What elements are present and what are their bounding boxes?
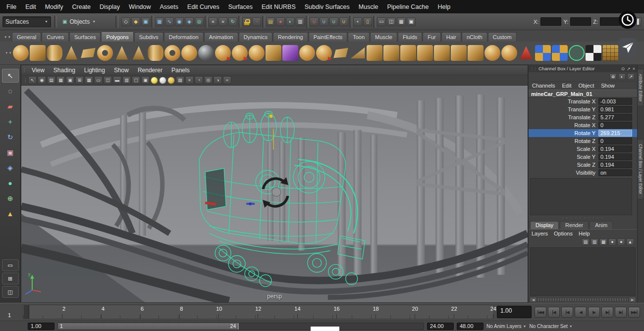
step-forward-frame-button[interactable]: ▶| (615, 307, 627, 318)
snap-point-icon[interactable]: ◉ (175, 17, 184, 26)
camera-attributes-icon[interactable]: ▤ (47, 76, 55, 84)
scroll-right-icon[interactable]: ▶ (629, 297, 636, 302)
go-to-end-button[interactable]: ▶▶| (628, 307, 640, 318)
single-pane-layout-button[interactable]: ▭ (2, 259, 19, 271)
lock-selection-icon[interactable] (242, 17, 251, 26)
channel-row[interactable]: Rotate X 0 (529, 121, 637, 129)
pin-icon[interactable]: ⊙ (621, 66, 625, 71)
panel-display-icon[interactable]: ▣ (407, 17, 416, 26)
channel-manipulator-icon[interactable]: ⊕ (609, 73, 617, 80)
shelf-menu-icon[interactable]: ▼ ▼ (3, 36, 12, 42)
channel-row[interactable]: Rotate Z 0 (529, 137, 637, 145)
paint-select-tool[interactable]: ▰ (2, 99, 19, 113)
attribute-editor-tab[interactable]: Attribute Editor (638, 69, 644, 106)
insert-edge-loop-icon[interactable] (434, 45, 450, 61)
poly-plane-icon[interactable] (80, 45, 96, 61)
mirror-geometry-icon[interactable] (484, 45, 500, 61)
shelf-tab-subdivs[interactable]: Subdivs (134, 32, 163, 42)
grid-display-icon[interactable]: ▦ (397, 17, 406, 26)
shelf-tab-fluids[interactable]: Fluids (398, 32, 422, 42)
channel-row[interactable]: Translate Y 0.981 (529, 105, 637, 113)
close-icon[interactable]: × (633, 66, 635, 71)
layer-list[interactable] (530, 247, 636, 296)
menu-assets[interactable]: Assets (156, 3, 183, 10)
panel-menu-show[interactable]: Show (109, 67, 133, 74)
universal-manipulator-tool[interactable]: ◈ (2, 161, 19, 175)
shelf-tab-hair[interactable]: Hair (441, 32, 461, 42)
soft-modification-tool[interactable]: ● (2, 176, 19, 190)
snap-plane-icon[interactable]: ◈ (185, 17, 194, 26)
create-polygon-icon[interactable] (232, 45, 248, 61)
range-end-handle[interactable]: 24 (230, 323, 236, 330)
boolean-intersection-icon[interactable] (400, 45, 416, 61)
field-chart-icon[interactable]: ▥ (122, 76, 131, 84)
select-hierarchy-icon[interactable]: ◇ (121, 17, 130, 26)
gate-mask-icon[interactable]: ▬ (113, 76, 121, 84)
film-display-icon[interactable]: ▭ (377, 17, 386, 26)
saved-layout-button[interactable]: ◫ (2, 286, 19, 298)
panel-menu-panels[interactable]: Panels (167, 67, 194, 74)
snap-curve-icon[interactable]: ∿ (165, 17, 174, 26)
viewport-canvas[interactable]: y persp (21, 86, 528, 302)
bevel-icon[interactable] (333, 45, 349, 61)
pan-zoom-icon[interactable]: ⊞ (75, 76, 84, 84)
step-back-frame-button[interactable]: |◀ (548, 307, 560, 318)
layer-stack-icon[interactable]: ▥ (590, 238, 598, 246)
shadows-icon[interactable] (167, 77, 175, 84)
render-current-frame-icon[interactable]: ● (276, 17, 285, 26)
isolate-select-icon[interactable]: × (185, 76, 194, 84)
channel-value-field[interactable]: 0 (598, 122, 632, 129)
splitter-handle[interactable]: · · · · · · · · · · (529, 216, 637, 221)
image-plane-icon[interactable]: ▣ (66, 76, 74, 84)
new-layer-cone-icon[interactable]: ▲ (626, 238, 634, 246)
poly-pipe-icon[interactable] (148, 45, 163, 61)
output-connections-icon[interactable]: » (218, 17, 227, 26)
clapboard-icon[interactable]: ◫ (387, 17, 396, 26)
magnet-snap-blue-icon[interactable]: ∪ (320, 17, 328, 26)
xray-icon[interactable]: ◔ (195, 76, 203, 84)
channel-box-menu-edit[interactable]: Edit (558, 83, 575, 89)
playback-range[interactable]: 1 24 (58, 323, 239, 330)
panel-menu-shading[interactable]: Shading (49, 67, 80, 74)
normals-checker-icon[interactable] (586, 45, 601, 61)
textures-icon[interactable]: ▨ (176, 76, 184, 84)
separator[interactable] (238, 16, 241, 28)
range-start-handle[interactable]: 1 (60, 323, 63, 330)
layer-ball-icon[interactable]: ● (608, 238, 616, 246)
poly-prism-icon[interactable] (114, 45, 130, 61)
magnet-snap-red-icon[interactable]: ∪ (310, 17, 319, 26)
menu-surfaces[interactable]: Surfaces (224, 3, 257, 10)
uv-grid-icon[interactable] (602, 45, 618, 61)
render-view-icon[interactable]: ▤ (266, 17, 275, 26)
separator[interactable] (262, 16, 265, 28)
sculpt-tool-icon[interactable] (215, 45, 231, 61)
anim-layer-menu[interactable]: No Anim Layers ▼ (486, 324, 527, 329)
magnet-snap-teal-icon[interactable]: ∪ (329, 17, 338, 26)
bookmark-icon[interactable]: ▦ (56, 76, 65, 84)
menu-set-dropdown[interactable]: Surfaces ▼ (2, 16, 51, 27)
merge-vertices-icon[interactable] (501, 45, 517, 61)
channel-value-field[interactable]: on (598, 169, 632, 176)
layer-editor-menu-help[interactable]: Help (576, 231, 593, 236)
highlight-selection-icon[interactable]: ◦ (252, 17, 261, 26)
select-component-icon[interactable]: ▣ (141, 17, 150, 26)
menu-muscle[interactable]: Muscle (354, 3, 383, 10)
split-polygon-icon[interactable] (417, 45, 433, 61)
channel-row[interactable]: Scale Y 0.194 (529, 153, 637, 161)
rotate-tool[interactable]: ↻ (2, 130, 19, 144)
layer-empty-icon[interactable]: ▦ (599, 238, 607, 246)
separator[interactable] (205, 16, 208, 28)
separator[interactable] (349, 16, 352, 28)
shelf-tab-custom[interactable]: Custom (488, 32, 517, 42)
channel-row[interactable]: Translate X -0.003 (529, 97, 637, 105)
playback-end-field[interactable]: 24.00 (427, 323, 454, 330)
camera-view-icon[interactable]: ◎ (204, 76, 213, 84)
scale-tool[interactable]: ▣ (2, 145, 19, 159)
scroll-left-icon[interactable]: ◀ (530, 297, 537, 302)
make-live-icon[interactable]: ◎ (195, 17, 204, 26)
poly-soccer-ball-icon[interactable] (181, 45, 197, 61)
go-to-start-button[interactable]: |◀◀ (535, 307, 546, 318)
layer-editor-tab-render[interactable]: Render (560, 221, 589, 229)
smooth-icon[interactable] (299, 45, 315, 61)
separator[interactable] (151, 16, 154, 28)
